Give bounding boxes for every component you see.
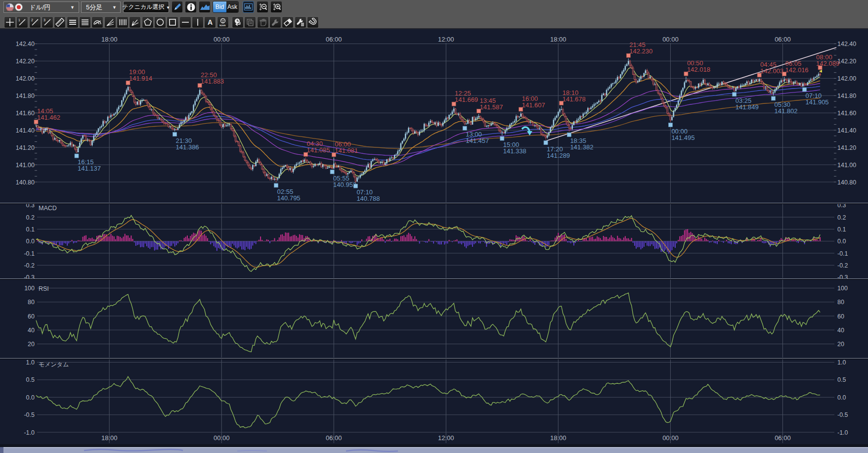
svg-text:140.952: 140.952 <box>333 181 356 188</box>
svg-text:141.457: 141.457 <box>466 137 489 144</box>
svg-text:40: 40 <box>837 327 844 334</box>
svg-text:0.0: 0.0 <box>837 394 846 401</box>
svg-text:142.230: 142.230 <box>629 47 652 55</box>
svg-text:141.883: 141.883 <box>201 78 224 85</box>
svg-text:80: 80 <box>28 299 35 306</box>
svg-text:RSI: RSI <box>39 285 49 292</box>
svg-text:-1.0: -1.0 <box>837 429 848 436</box>
svg-text:1.0: 1.0 <box>26 359 35 366</box>
svg-text:3: 3 <box>43 18 45 22</box>
svg-text:141.80: 141.80 <box>837 92 856 99</box>
svg-text:141.338: 141.338 <box>503 147 526 155</box>
svg-text:-0.2: -0.2 <box>24 262 35 269</box>
svg-text:141.20: 141.20 <box>16 144 35 151</box>
svg-text:141.849: 141.849 <box>736 103 759 111</box>
svg-text:06:00: 06:00 <box>775 434 791 442</box>
svg-text:0.1: 0.1 <box>26 226 35 233</box>
svg-text:142.40: 142.40 <box>837 41 856 47</box>
svg-text:モメンタム: モメンタム <box>39 361 69 368</box>
svg-text:141.495: 141.495 <box>671 134 694 141</box>
svg-text:142.003: 142.003 <box>760 67 783 75</box>
svg-text:142.20: 142.20 <box>837 58 856 65</box>
svg-text:-1.0: -1.0 <box>24 429 35 436</box>
svg-text:-0.2: -0.2 <box>837 262 848 269</box>
svg-text:142.20: 142.20 <box>16 58 35 65</box>
svg-text:142.00: 142.00 <box>837 75 856 82</box>
svg-text:-0.1: -0.1 <box>24 250 35 257</box>
svg-text:00:00: 00:00 <box>662 434 679 442</box>
svg-text:00:00: 00:00 <box>662 36 679 43</box>
svg-text:06:00: 06:00 <box>326 36 342 43</box>
svg-text:60: 60 <box>28 313 35 320</box>
svg-text:2: 2 <box>31 18 33 22</box>
svg-text:141.80: 141.80 <box>16 92 35 99</box>
svg-text:141.40: 141.40 <box>16 127 35 134</box>
svg-text:100: 100 <box>837 285 848 292</box>
svg-text:140.80: 140.80 <box>16 179 35 186</box>
svg-text:1: 1 <box>18 18 20 22</box>
svg-text:20: 20 <box>28 341 35 348</box>
svg-text:141.20: 141.20 <box>837 144 856 151</box>
svg-text:18:00: 18:00 <box>101 36 118 43</box>
svg-text:141.802: 141.802 <box>775 107 798 115</box>
svg-text:142.40: 142.40 <box>16 41 35 47</box>
svg-text:141.905: 141.905 <box>806 98 829 106</box>
svg-text:-0.3: -0.3 <box>837 274 848 281</box>
svg-text:142.089: 142.089 <box>816 60 839 67</box>
svg-text:141.587: 141.587 <box>480 103 503 111</box>
svg-text:1.0: 1.0 <box>837 359 846 366</box>
svg-text:60: 60 <box>837 313 844 320</box>
svg-text:141.40: 141.40 <box>837 127 856 134</box>
svg-text:141.00: 141.00 <box>16 162 35 169</box>
svg-text:140.795: 140.795 <box>277 194 301 202</box>
svg-text:0.1: 0.1 <box>837 226 846 233</box>
svg-text:-0.3: -0.3 <box>24 274 35 281</box>
svg-text:140.80: 140.80 <box>837 179 856 186</box>
svg-text:142.018: 142.018 <box>687 66 710 73</box>
svg-text:141.289: 141.289 <box>547 152 570 159</box>
svg-text:141.137: 141.137 <box>78 165 101 172</box>
svg-text:-0.5: -0.5 <box>24 411 35 418</box>
svg-text:18:00: 18:00 <box>101 434 118 442</box>
svg-text:0.0: 0.0 <box>26 238 35 245</box>
svg-text:icon: icon <box>219 24 226 27</box>
svg-text:141.678: 141.678 <box>563 95 586 103</box>
svg-text:141.00: 141.00 <box>837 162 856 169</box>
svg-text:141.386: 141.386 <box>176 143 199 151</box>
svg-text:141.607: 141.607 <box>522 101 545 109</box>
svg-text:80: 80 <box>837 299 844 306</box>
svg-text:12:00: 12:00 <box>438 434 454 442</box>
svg-text:141.085: 141.085 <box>307 146 330 154</box>
svg-text:-0.5: -0.5 <box>837 411 848 418</box>
svg-text:06:00: 06:00 <box>326 434 342 442</box>
svg-text:-0.1: -0.1 <box>837 250 848 257</box>
svg-text:0.5: 0.5 <box>837 376 846 383</box>
svg-text:142.00: 142.00 <box>16 75 35 82</box>
svg-text:141.462: 141.462 <box>37 114 60 121</box>
svg-text:141.60: 141.60 <box>16 110 35 117</box>
svg-text:140.788: 140.788 <box>356 195 380 202</box>
svg-text:00:00: 00:00 <box>214 434 230 442</box>
svg-text:20: 20 <box>837 341 844 348</box>
svg-text:0.2: 0.2 <box>26 214 35 221</box>
svg-text:00:00: 00:00 <box>214 36 230 43</box>
svg-text:12:00: 12:00 <box>438 36 454 43</box>
svg-text:18:00: 18:00 <box>550 36 566 43</box>
svg-text:141.382: 141.382 <box>570 143 593 151</box>
svg-text:100: 100 <box>24 285 35 292</box>
svg-text:141.081: 141.081 <box>335 147 358 154</box>
svg-text:0.0: 0.0 <box>837 238 846 245</box>
svg-text:18:00: 18:00 <box>550 434 566 442</box>
svg-text:A: A <box>208 18 213 26</box>
svg-text:141.669: 141.669 <box>455 96 478 103</box>
svg-text:06:00: 06:00 <box>775 36 791 43</box>
svg-text:40: 40 <box>28 327 35 334</box>
svg-text:0.5: 0.5 <box>26 376 35 383</box>
svg-text:142.016: 142.016 <box>785 66 809 74</box>
svg-text:0.0: 0.0 <box>26 394 35 401</box>
svg-text:141.60: 141.60 <box>837 110 856 117</box>
svg-text:141.914: 141.914 <box>129 75 152 82</box>
svg-text:MACD: MACD <box>39 205 57 212</box>
svg-text:0.2: 0.2 <box>837 214 846 221</box>
